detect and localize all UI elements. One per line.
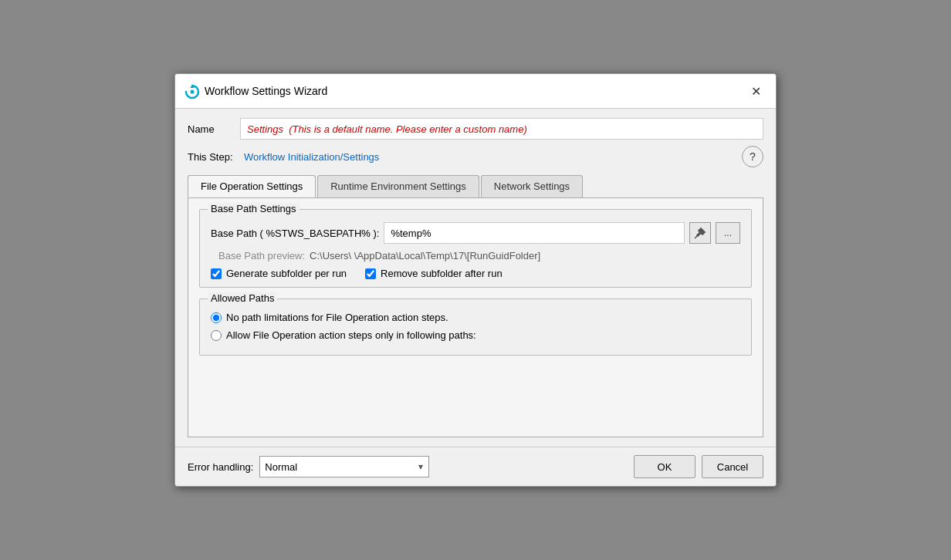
base-path-section-title: Base Path Settings xyxy=(208,203,300,214)
dialog-icon xyxy=(184,84,198,98)
title-bar: Workflow Settings Wizard ✕ xyxy=(175,74,776,109)
step-link[interactable]: Workflow Initialization/Settings xyxy=(244,151,379,163)
generate-subfolder-label: Generate subfolder per run xyxy=(226,268,347,279)
name-label: Name xyxy=(188,123,234,135)
allow-paths-label: Allow File Operation action steps only i… xyxy=(226,329,476,341)
help-button[interactable]: ? xyxy=(742,146,763,167)
error-handling-select[interactable]: Normal Ignore Abort xyxy=(259,456,429,477)
svg-line-1 xyxy=(695,235,698,238)
dialog-title: Workflow Settings Wizard xyxy=(205,85,739,97)
name-input[interactable] xyxy=(240,118,763,140)
allowed-paths-title: Allowed Paths xyxy=(208,292,277,304)
base-path-input[interactable] xyxy=(384,222,685,244)
browse-button[interactable]: ... xyxy=(716,222,740,244)
tab-runtime-environment[interactable]: Runtime Environment Settings xyxy=(317,175,479,197)
preview-value: C:\Users\ \AppData\Local\Temp\17\[RunGui… xyxy=(310,250,540,261)
allowed-paths-section: Allowed Paths No path limitations for Fi… xyxy=(199,299,752,356)
tab-content: Base Path Settings Base Path ( %STWS_BAS… xyxy=(188,198,763,437)
base-path-section: Base Path Settings Base Path ( %STWS_BAS… xyxy=(199,209,752,288)
tab-file-operation[interactable]: File Operation Settings xyxy=(188,175,316,197)
error-handling-select-wrapper: Normal Ignore Abort xyxy=(259,456,429,477)
remove-subfolder-checkbox[interactable]: Remove subfolder after run xyxy=(365,268,503,279)
no-limit-radio[interactable]: No path limitations for File Operation a… xyxy=(211,312,740,323)
svg-point-0 xyxy=(191,90,195,94)
base-path-row: Base Path ( %STWS_BASEPATH% ): ... xyxy=(211,222,740,244)
generate-subfolder-input[interactable] xyxy=(211,268,222,279)
tab-bar: File Operation Settings Runtime Environm… xyxy=(188,175,763,198)
tab-network-settings[interactable]: Network Settings xyxy=(481,175,583,197)
step-row: This Step: Workflow Initialization/Setti… xyxy=(188,146,763,167)
allow-paths-radio[interactable]: Allow File Operation action steps only i… xyxy=(211,329,740,341)
dialog-footer: Error handling: Normal Ignore Abort OK C… xyxy=(175,447,776,486)
checkbox-row: Generate subfolder per run Remove subfol… xyxy=(211,268,740,279)
ok-button[interactable]: OK xyxy=(634,455,695,478)
base-path-content: Base Path ( %STWS_BASEPATH% ): ... xyxy=(211,222,740,279)
workflow-settings-dialog: Workflow Settings Wizard ✕ Name This Ste… xyxy=(174,73,777,487)
pin-button[interactable] xyxy=(689,222,711,244)
remove-subfolder-input[interactable] xyxy=(365,268,376,279)
base-path-label: Base Path ( %STWS_BASEPATH% ): xyxy=(211,228,379,239)
no-limit-label: No path limitations for File Operation a… xyxy=(226,312,448,323)
allow-paths-input[interactable] xyxy=(211,330,222,341)
base-path-preview-row: Base Path preview: C:\Users\ \AppData\Lo… xyxy=(211,250,740,261)
cancel-button[interactable]: Cancel xyxy=(702,455,763,478)
name-row: Name xyxy=(188,118,763,140)
close-button[interactable]: ✕ xyxy=(745,80,767,102)
step-label: This Step: xyxy=(188,151,238,163)
generate-subfolder-checkbox[interactable]: Generate subfolder per run xyxy=(211,268,347,279)
dialog-body: Name This Step: Workflow Initialization/… xyxy=(175,109,776,447)
error-handling-label: Error handling: xyxy=(188,461,253,473)
preview-label: Base Path preview: xyxy=(218,250,305,261)
allowed-paths-content: No path limitations for File Operation a… xyxy=(211,312,740,341)
remove-subfolder-label: Remove subfolder after run xyxy=(381,268,503,279)
no-limit-input[interactable] xyxy=(211,312,222,323)
